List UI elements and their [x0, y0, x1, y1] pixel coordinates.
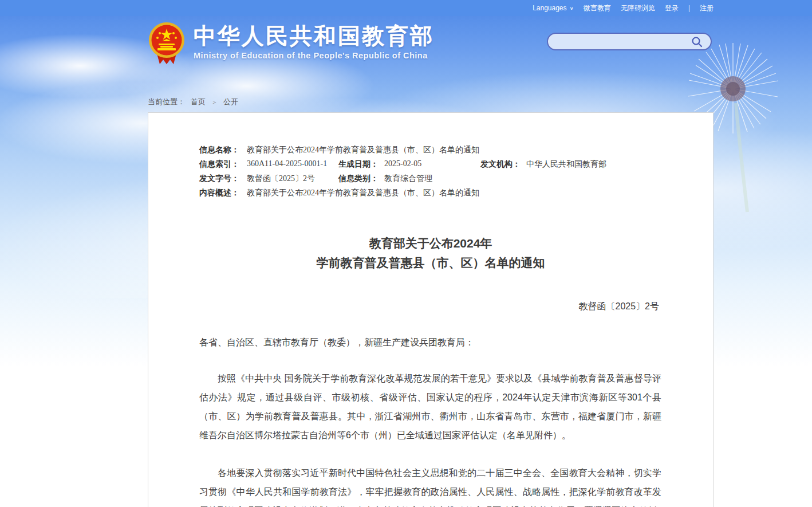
top-utility-bar: Languages ∨ 微言教育 无障碍浏览 登录 | 注册 — [0, 0, 812, 16]
breadcrumb-home-link[interactable]: 首页 — [191, 97, 206, 107]
topbar-divider: | — [688, 4, 690, 12]
meta-index-label: 信息索引： — [199, 159, 239, 170]
meta-date-label: 生成日期： — [338, 159, 379, 170]
national-emblem-icon — [148, 22, 185, 68]
languages-label: Languages — [533, 4, 566, 12]
document-title-line2: 学前教育普及普惠县（市、区）名单的通知 — [148, 253, 713, 273]
document-number: 教督函〔2025〕2号 — [579, 301, 660, 313]
breadcrumb-separator: ＞ — [211, 98, 218, 107]
meta-summary-label: 内容概述： — [199, 188, 239, 198]
meta-agency-label: 发文机构： — [480, 159, 521, 170]
site-title: 中华人民共和国教育部 — [194, 23, 434, 49]
meta-date-value: 2025-02-05 — [384, 159, 421, 168]
page: Languages ∨ 微言教育 无障碍浏览 登录 | 注册 中华人民 — [0, 0, 812, 507]
body-paragraph-1: 按照《中共中央 国务院关于学前教育深化改革规范发展的若干意见》要求以及《县域学前… — [199, 369, 661, 445]
meta-name-label: 信息名称： — [199, 145, 239, 155]
site-logo[interactable]: 中华人民共和国教育部 Ministry of Education of the … — [148, 22, 434, 68]
meta-docnum-value: 教督函〔2025〕2号 — [247, 174, 315, 184]
meta-docnum-label: 发文字号： — [199, 174, 239, 184]
search-icon — [691, 36, 703, 48]
topbar-links: Languages ∨ 微言教育 无障碍浏览 登录 | 注册 — [533, 0, 714, 16]
document-panel: 信息名称： 教育部关于公布2024年学前教育普及普惠县（市、区）名单的通知 信息… — [148, 112, 714, 507]
languages-menu[interactable]: Languages ∨ — [533, 4, 574, 12]
salutation: 各省、自治区、直辖市教育厅（教委），新疆生产建设兵团教育局： — [199, 337, 474, 349]
site-subtitle: Ministry of Education of the People's Re… — [194, 51, 434, 60]
breadcrumb-prefix: 当前位置： — [148, 97, 185, 107]
breadcrumb-current-link[interactable]: 公开 — [223, 97, 238, 107]
logo-text: 中华人民共和国教育部 Ministry of Education of the … — [194, 22, 434, 68]
weiyan-education-link[interactable]: 微言教育 — [584, 3, 611, 13]
meta-category-label: 信息类别： — [338, 174, 379, 184]
meta-summary-value: 教育部关于公布2024年学前教育普及普惠县（市、区）名单的通知 — [247, 188, 479, 198]
search-box — [547, 33, 712, 50]
login-link[interactable]: 登录 — [665, 3, 679, 13]
accessibility-link[interactable]: 无障碍浏览 — [621, 3, 655, 13]
breadcrumb: 当前位置： 首页 ＞ 公开 — [148, 97, 238, 107]
meta-name-value: 教育部关于公布2024年学前教育普及普惠县（市、区）名单的通知 — [247, 145, 479, 155]
meta-category-value: 教育综合管理 — [384, 174, 432, 184]
search-button[interactable] — [691, 34, 711, 49]
body-paragraph-2: 各地要深入贯彻落实习近平新时代中国特色社会主义思想和党的二十届三中全会、全国教育… — [199, 463, 661, 507]
register-link[interactable]: 注册 — [700, 3, 714, 13]
meta-agency-value: 中华人民共和国教育部 — [526, 159, 606, 170]
search-input[interactable] — [548, 34, 691, 49]
chevron-down-icon: ∨ — [570, 6, 574, 11]
document-title-line1: 教育部关于公布2024年 — [148, 234, 713, 253]
meta-index-value: 360A11-04-2025-0001-1 — [247, 159, 327, 168]
document-title: 教育部关于公布2024年 学前教育普及普惠县（市、区）名单的通知 — [148, 234, 713, 273]
